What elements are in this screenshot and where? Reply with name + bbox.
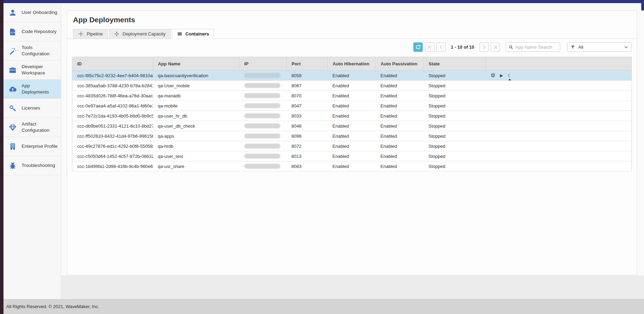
app-filter-select[interactable]: All	[567, 42, 632, 52]
content-panel: App Deployments Pipeline Deployment Capa…	[67, 10, 637, 275]
ip-redacted-blur	[244, 144, 280, 148]
user-icon	[9, 9, 17, 17]
cell-app-name: qa-user_hr_db	[153, 111, 239, 121]
column-header-app-name[interactable]: App Name	[153, 57, 239, 71]
cell-app-name: qa-usr_share	[153, 161, 239, 171]
table-row[interactable]: ccc-0e97aea4-a5af-4102-86a1-fd60e16... q…	[72, 101, 632, 111]
table-row[interactable]: ccc-49c27876-ed1c-4292-b0f8-550588... qa…	[72, 141, 632, 151]
search-input[interactable]	[515, 45, 557, 50]
key-icon	[9, 104, 17, 112]
cell-auto-passivation: Enabled	[376, 111, 424, 121]
cell-auto-passivation: Enabled	[376, 121, 424, 131]
toolbar: 1 - 10 of 10 All	[72, 42, 632, 52]
sidebar-item-licenses[interactable]: Licenses	[3, 99, 61, 118]
table-row[interactable]: ccc-f85c75c2-9232-4ee7-b404-9810a8... qa…	[72, 71, 632, 81]
sidebar-item-label: App Deployments	[22, 83, 58, 95]
cell-ip	[239, 151, 287, 161]
table-row[interactable]: ccc-ff502633-8432-41d4-97b6-996156... qa…	[72, 131, 632, 141]
cell-state: Stopped	[424, 81, 486, 91]
column-header-id[interactable]: ID	[72, 57, 153, 71]
left-accent-strip	[0, 0, 3, 314]
table-row[interactable]: ccc-7e72c1da-4193-4b05-b8d0-6b9c54... qa…	[72, 111, 632, 121]
app-name-search[interactable]	[506, 42, 560, 52]
column-header-state[interactable]: State	[424, 57, 486, 71]
cell-auto-hibernation: Enabled	[328, 121, 376, 131]
pipeline-icon	[78, 31, 84, 37]
cell-id: ccc-c5050d64-1452-4c57-872b-086322...	[72, 151, 153, 161]
bottom-band	[61, 275, 644, 299]
sidebar-item-label: Developer Workspace	[22, 64, 58, 76]
cell-actions	[486, 81, 632, 91]
sidebar-item-developer-workspace[interactable]: Developer Workspace	[3, 61, 61, 80]
column-header-actions[interactable]	[486, 57, 632, 71]
ip-redacted-blur	[244, 123, 280, 128]
cell-state: Stopped	[424, 71, 486, 81]
start-icon[interactable]: ▶	[500, 73, 503, 78]
last-page-button[interactable]	[491, 42, 500, 52]
table-row[interactable]: ccc-c5050d64-1452-4c57-872b-086322... qa…	[72, 151, 632, 161]
cell-actions	[486, 151, 632, 161]
cell-state: Stopped	[424, 101, 486, 111]
cell-id: ccc-1b499fa1-2d98-416b-8c4b-960e68...	[72, 161, 153, 171]
cell-app-name: qa-basicsanityverification	[153, 71, 239, 81]
sidebar-item-user-onboarding[interactable]: User Onboarding	[3, 3, 61, 22]
table-header-row: IDApp NameIPPortAuto HibernationAuto Pas…	[72, 57, 632, 71]
sidebar-item-app-deployments[interactable]: App Deployments	[3, 80, 61, 99]
sidebar-item-tools-configuration[interactable]: Tools Configuration	[3, 41, 61, 61]
column-header-ip[interactable]: IP	[239, 57, 287, 71]
bug-icon	[9, 162, 17, 170]
table-row[interactable]: ccc-4835d026-788f-46ea-a76d-30aac3... qa…	[72, 91, 632, 101]
sidebar-item-label: User Onboarding	[22, 9, 57, 16]
ip-redacted-blur	[244, 93, 280, 98]
tab-deployment-capacity[interactable]: Deployment Capacity	[109, 29, 171, 39]
cell-auto-passivation: Enabled	[376, 131, 424, 141]
table-row[interactable]: ccc-db9be051-2331-4121-8c10-8bd277... qa…	[72, 121, 632, 131]
ip-redacted-blur	[244, 113, 280, 118]
ip-redacted-blur	[244, 103, 280, 108]
cell-app-name: qa-mobile	[153, 101, 239, 111]
sidebar: User Onboarding </> Code Repository Tool…	[3, 3, 61, 299]
tab-pipeline[interactable]: Pipeline	[73, 29, 108, 39]
prev-page-button[interactable]	[436, 42, 446, 52]
scrollbar-thumb[interactable]	[641, 0, 644, 10]
cell-ip	[239, 131, 287, 141]
cell-auto-hibernation: Enabled	[328, 81, 376, 91]
cell-auto-passivation: Enabled	[376, 71, 424, 81]
chevron-down-icon	[624, 45, 628, 49]
diamond-icon	[9, 123, 17, 131]
table-row[interactable]: ccc-1b499fa1-2d98-416b-8c4b-960e68... qa…	[72, 161, 632, 171]
cell-port: 8067	[287, 81, 328, 91]
cell-auto-hibernation: Enabled	[328, 111, 376, 121]
cell-port: 8083	[287, 161, 328, 171]
settings-icon[interactable]: ⚙	[491, 73, 495, 78]
cell-auto-passivation: Enabled	[376, 141, 424, 151]
column-header-port[interactable]: Port	[287, 57, 328, 71]
table-row[interactable]: ccc-385aa5ab-3788-4230-b78a-b2841c... qa…	[72, 81, 632, 91]
cell-state: Stopped	[424, 161, 486, 171]
ip-redacted-blur	[244, 73, 280, 78]
cell-app-name: qa-user_test	[153, 151, 239, 161]
cell-state: Stopped	[424, 121, 486, 131]
footer: All Rights Reserved. © 2021, WaveMaker, …	[3, 299, 644, 314]
next-page-button[interactable]	[479, 42, 489, 52]
column-header-auto-passivation[interactable]: Auto Passivation	[376, 57, 424, 71]
cell-auto-hibernation: Enabled	[328, 91, 376, 101]
next-page-icon	[482, 45, 486, 49]
cell-auto-hibernation: Enabled	[328, 71, 376, 81]
sidebar-item-artifact-configuration[interactable]: Artifact Configuration	[3, 118, 61, 137]
cell-auto-passivation: Enabled	[376, 161, 424, 171]
tab-bar: Pipeline Deployment Capacity Containers	[67, 29, 637, 39]
sidebar-item-code-repository[interactable]: </> Code Repository	[3, 22, 61, 41]
cell-id: ccc-49c27876-ed1c-4292-b0f8-550588...	[72, 141, 153, 151]
tab-containers[interactable]: Containers	[172, 29, 214, 39]
sidebar-item-troubleshooting[interactable]: Troubleshooting	[3, 156, 61, 175]
cell-ip	[239, 141, 287, 151]
sidebar-item-enterprise-profile[interactable]: Enterprise Profile	[3, 137, 61, 156]
move-icon	[114, 31, 119, 37]
refresh-button[interactable]	[413, 42, 423, 52]
column-header-auto-hibernation[interactable]: Auto Hibernation	[328, 57, 376, 71]
passivate-icon[interactable]: ☾Passivate	[508, 73, 512, 78]
ip-redacted-blur	[244, 164, 280, 169]
first-page-button[interactable]	[425, 42, 435, 52]
cell-id: ccc-4835d026-788f-46ea-a76d-30aac3...	[72, 91, 153, 101]
